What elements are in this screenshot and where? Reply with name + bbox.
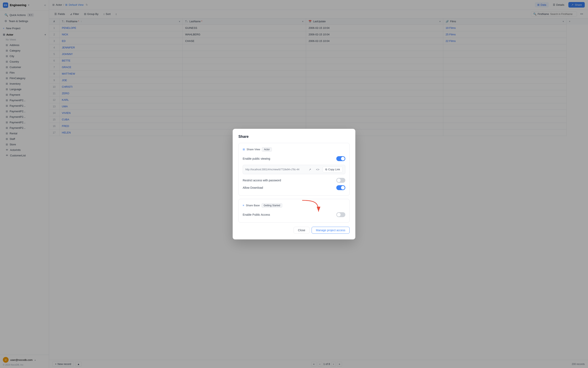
share-view-section: ⊞ Share View Actor Enable public viewing… (239, 143, 349, 196)
share-modal: Share ⊞ Share View Actor Enable public v… (233, 129, 355, 239)
allow-download-toggle[interactable] (336, 185, 345, 190)
open-url-button[interactable]: ↗ (307, 167, 313, 172)
copy-link-label: Copy Link (328, 168, 340, 171)
share-base-section: ≡ Share Base Getting Started Enable Publ… (239, 199, 349, 223)
enable-public-access-toggle[interactable] (336, 212, 345, 217)
restrict-password-row: Restrict access with password (243, 177, 345, 184)
allow-download-label: Allow Download (243, 186, 263, 189)
toggle-slider-password (336, 178, 345, 183)
toggle-slider-download (336, 185, 345, 190)
enable-public-viewing-row: Enable public viewing (243, 155, 345, 162)
share-base-icon: ≡ (243, 204, 244, 207)
embed-code-button[interactable]: <> (314, 167, 321, 172)
copy-link-button[interactable]: ⧉ Copy Link (323, 167, 343, 172)
share-base-header: ≡ Share Base Getting Started (243, 203, 345, 208)
modal-title: Share (239, 135, 349, 139)
share-view-tag: Actor (262, 147, 272, 152)
restrict-password-label: Restrict access with password (243, 179, 281, 182)
share-url-text: http://localhost:3001/#/nc/view/b7718e94… (245, 168, 305, 171)
manage-project-access-button[interactable]: Manage project access (312, 227, 349, 234)
share-view-label: Share View (247, 148, 260, 151)
modal-footer: Close Manage project access (239, 227, 349, 234)
share-base-label: Share Base (246, 204, 260, 207)
enable-public-viewing-toggle[interactable] (336, 156, 345, 161)
close-button[interactable]: Close (294, 227, 310, 234)
share-view-header: ⊞ Share View Actor (243, 147, 345, 152)
share-view-icon: ⊞ (243, 148, 245, 151)
restrict-password-toggle[interactable] (336, 178, 345, 183)
copy-icon: ⧉ (325, 168, 327, 171)
modal-overlay[interactable]: Share ⊞ Share View Actor Enable public v… (0, 0, 588, 368)
url-bar: http://localhost:3001/#/nc/view/b7718e94… (243, 165, 345, 174)
enable-public-access-row: Enable Public Access (243, 211, 345, 218)
enable-public-viewing-label: Enable public viewing (243, 157, 270, 160)
toggle-slider-public (336, 156, 345, 161)
toggle-slider-access (336, 212, 345, 217)
share-base-tag: Getting Started (261, 203, 283, 208)
enable-public-access-label: Enable Public Access (243, 213, 270, 216)
allow-download-row: Allow Download (243, 184, 345, 191)
